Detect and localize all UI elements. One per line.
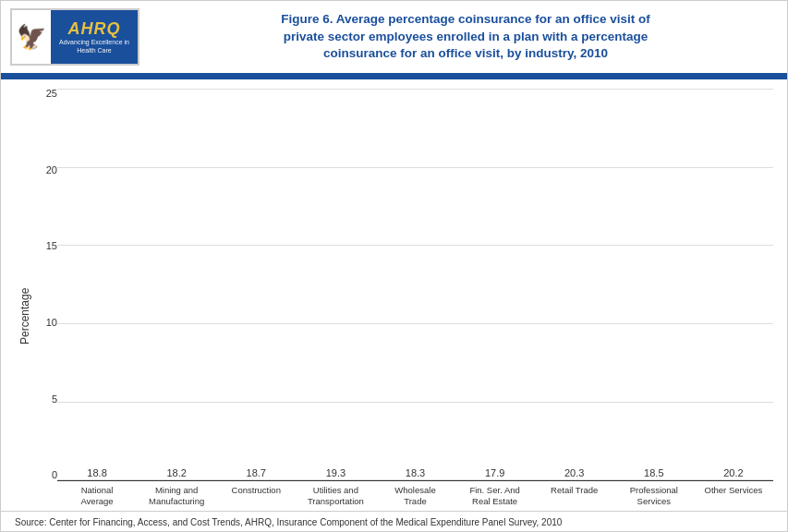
bar: 18.2 bbox=[139, 467, 213, 480]
bar: 20.3 bbox=[538, 467, 612, 480]
chart-wrapper: Percentage 0510152025 18.818.218.719.318… bbox=[15, 89, 773, 507]
bar: 18.5 bbox=[617, 467, 691, 480]
page-container: 🦅 AHRQ Advancing Excellence in Health Ca… bbox=[0, 0, 788, 532]
chart-plot: 0510152025 18.818.218.719.318.317.920.31… bbox=[31, 89, 773, 480]
bar-group: 18.3 bbox=[375, 89, 455, 480]
x-axis-label: Utilities andTransportation bbox=[296, 485, 375, 507]
ahrq-sublabel: Advancing Excellence in Health Care bbox=[55, 39, 134, 54]
bar-value-label: 18.7 bbox=[247, 467, 266, 478]
x-axis-label: Mining andManufacturing bbox=[137, 485, 216, 507]
bar-value-label: 19.3 bbox=[326, 467, 346, 478]
bar-value-label: 18.5 bbox=[644, 467, 663, 478]
x-axis-label: Fin. Ser. AndReal Estate bbox=[455, 485, 535, 507]
bar-value-label: 18.3 bbox=[406, 467, 425, 478]
bar-group: 19.3 bbox=[296, 89, 375, 480]
x-axis-label: NationalAverage bbox=[57, 485, 137, 507]
x-axis-label: Construction bbox=[216, 485, 296, 507]
chart-title: Figure 6. Average percentage coinsurance… bbox=[153, 11, 778, 64]
bar-group: 20.3 bbox=[535, 89, 614, 480]
x-axis-label: Retail Trade bbox=[535, 485, 614, 507]
y-axis-label: Percentage bbox=[15, 89, 31, 507]
bar-value-label: 17.9 bbox=[485, 467, 504, 478]
bar: 18.7 bbox=[219, 467, 293, 480]
chart-area: Percentage 0510152025 18.818.218.719.318… bbox=[1, 79, 787, 507]
bar: 20.2 bbox=[697, 467, 770, 480]
bar: 18.3 bbox=[378, 467, 452, 480]
y-tick: 5 bbox=[31, 394, 57, 405]
bar-group: 18.5 bbox=[614, 89, 694, 480]
bar-value-label: 20.2 bbox=[723, 467, 743, 478]
bars-container: 18.818.218.719.318.317.920.318.520.2 bbox=[57, 89, 773, 480]
y-axis-ticks: 0510152025 bbox=[31, 89, 57, 480]
hhs-seal: 🦅 bbox=[12, 10, 51, 64]
bar-value-label: 20.3 bbox=[564, 467, 584, 478]
x-axis-line bbox=[57, 480, 773, 481]
y-tick: 25 bbox=[31, 89, 57, 99]
title-text: Figure 6. Average percentage coinsurance… bbox=[163, 11, 769, 64]
bars-area: 18.818.218.719.318.317.920.318.520.2 bbox=[57, 89, 773, 480]
logo-area: 🦅 AHRQ Advancing Excellence in Health Ca… bbox=[10, 8, 153, 66]
bar-value-label: 18.2 bbox=[166, 467, 186, 478]
bar: 17.9 bbox=[458, 467, 532, 480]
ahrq-label: AHRQ bbox=[68, 19, 121, 39]
bar-group: 20.2 bbox=[694, 89, 773, 480]
ahrq-logo: 🦅 AHRQ Advancing Excellence in Health Ca… bbox=[10, 8, 139, 66]
ahrq-text-area: AHRQ Advancing Excellence in Health Care bbox=[51, 18, 138, 56]
source-text: Source: Center for Financing, Access, an… bbox=[1, 511, 787, 531]
x-axis-label: Other Services bbox=[694, 485, 773, 507]
x-axis-label: WholesaleTrade bbox=[375, 485, 455, 507]
x-axis-labels: NationalAverageMining andManufacturingCo… bbox=[31, 485, 773, 507]
x-axis-label: ProfessionalServices bbox=[614, 485, 694, 507]
y-tick: 15 bbox=[31, 241, 57, 251]
y-tick: 10 bbox=[31, 318, 57, 328]
y-tick: 0 bbox=[31, 470, 57, 480]
y-tick: 20 bbox=[31, 165, 57, 175]
bar-group: 18.8 bbox=[57, 89, 137, 480]
bar-value-label: 18.8 bbox=[87, 467, 106, 478]
bar-group: 18.7 bbox=[216, 89, 296, 480]
header: 🦅 AHRQ Advancing Excellence in Health Ca… bbox=[1, 1, 787, 76]
bar-group: 17.9 bbox=[455, 89, 535, 480]
bar: 19.3 bbox=[298, 467, 372, 480]
bar-group: 18.2 bbox=[137, 89, 216, 480]
bar: 18.8 bbox=[60, 467, 134, 480]
chart-inner: 0510152025 18.818.218.719.318.317.920.31… bbox=[31, 89, 773, 507]
